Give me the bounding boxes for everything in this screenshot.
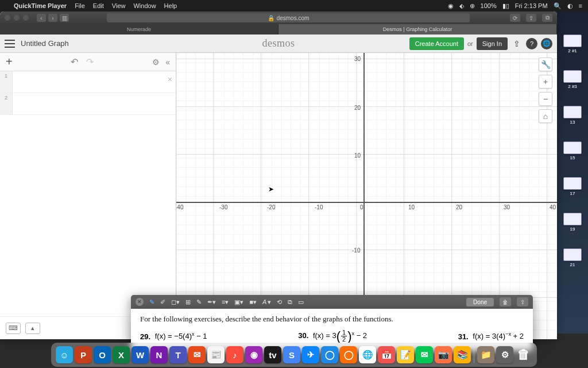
tabs-icon[interactable]: ⧉ [542, 14, 552, 22]
exercise-31: 31. f(x) = 3(4)−x + 2 [458, 331, 524, 340]
border-icon[interactable]: ▣▾ [234, 298, 243, 306]
share-icon[interactable]: ⇪ [526, 14, 536, 22]
share-graph-icon[interactable]: ⇪ [511, 38, 523, 49]
exercise-prompt: For the following exercises, describe th… [140, 315, 524, 324]
dock-app[interactable]: ♪ [226, 346, 243, 363]
dock-app[interactable]: O [94, 346, 111, 363]
dock-app[interactable]: 📅 [378, 346, 395, 363]
note-icon[interactable]: ✎ [196, 298, 202, 306]
pen-icon[interactable]: ✎ [149, 298, 154, 306]
align-icon[interactable]: ≡▾ [222, 298, 229, 306]
dock-app[interactable]: 📁 [477, 346, 494, 363]
keyboard-toggle-icon[interactable]: ▴ [25, 323, 40, 334]
close-icon[interactable]: ✕ [136, 298, 144, 306]
dock-app[interactable]: T [169, 346, 187, 363]
dock-app[interactable]: 📝 [397, 346, 414, 363]
sign-in-button[interactable]: Sign In [477, 37, 508, 50]
sidebar-icon[interactable]: ▥ [60, 14, 69, 22]
font-icon[interactable]: A▾ [262, 298, 271, 306]
create-account-button[interactable]: Create Account [409, 37, 464, 50]
text-icon[interactable]: ⊞ [185, 298, 191, 306]
dock-app[interactable]: 📷 [435, 346, 452, 363]
dock-app[interactable]: N [150, 346, 168, 363]
dock-app[interactable]: ⚙ [496, 346, 513, 363]
desktop-thumb[interactable] [563, 141, 582, 154]
trash-icon[interactable]: 🗑 [500, 297, 511, 306]
home-icon[interactable]: ⌂ [539, 109, 552, 123]
tab-numerade[interactable]: Numerade [0, 24, 278, 34]
siri-icon[interactable]: ◐ [567, 2, 573, 10]
crop-icon[interactable]: ⧉ [288, 298, 292, 306]
dock-app[interactable]: ☺ [56, 346, 73, 363]
settings-gear-icon[interactable]: ⚙ [152, 57, 160, 67]
done-button[interactable]: Done [466, 298, 494, 306]
wifi-icon[interactable]: ⊕ [470, 2, 475, 10]
dock-app[interactable]: ✈ [302, 346, 319, 363]
dock-app[interactable]: ◯ [321, 346, 338, 363]
dock-app[interactable]: 📰 [207, 346, 225, 363]
dock-app[interactable]: ◯ [340, 346, 357, 363]
record-icon[interactable]: ◉ [448, 2, 454, 10]
reload-icon[interactable]: ⟳ [510, 14, 520, 22]
dock-trash-icon[interactable]: 🗑 [515, 346, 532, 363]
menu-view[interactable]: View [112, 2, 126, 9]
tab-desmos[interactable]: Desmos | Graphing Calculator [278, 24, 557, 34]
menu-help[interactable]: Help [164, 2, 177, 9]
help-icon[interactable]: ? [526, 38, 537, 49]
share-markup-icon[interactable]: ⇪ [517, 297, 528, 306]
dock-app[interactable]: W [131, 346, 149, 363]
dock-app[interactable]: S [283, 346, 300, 363]
tick-label: 30 [504, 204, 510, 210]
dock-app[interactable]: P [75, 346, 92, 363]
highlighter-icon[interactable]: ✐ [160, 298, 165, 306]
dock-app[interactable]: 🌐 [359, 346, 376, 363]
menu-window[interactable]: Window [133, 2, 156, 9]
desktop-thumb[interactable] [563, 213, 582, 225]
add-expression-icon[interactable]: + [6, 55, 13, 68]
collapse-panel-icon[interactable]: « [165, 57, 170, 67]
undo-icon[interactable]: ↶ [71, 56, 78, 67]
spotlight-icon[interactable]: 🔍 [554, 2, 562, 10]
zoom-in-icon[interactable]: + [539, 75, 552, 89]
expression-row-2[interactable]: 2 [0, 93, 176, 115]
wrench-icon[interactable]: 🔧 [539, 57, 552, 71]
battery-icon[interactable]: ▮▯ [502, 2, 509, 10]
mask-icon[interactable]: ▭ [298, 298, 304, 306]
dropbox-icon[interactable]: ⬖ [459, 2, 464, 10]
shapes-icon[interactable]: ◻▾ [171, 298, 180, 306]
menu-edit[interactable]: Edit [93, 2, 104, 9]
rotate-icon[interactable]: ⟲ [277, 298, 282, 306]
menu-file[interactable]: File [75, 2, 85, 9]
clock[interactable]: Fri 2:13 PM [515, 2, 548, 9]
desktop-thumb[interactable] [563, 177, 582, 190]
dock-app[interactable]: ✉ [416, 346, 433, 363]
exercise-29: 29. f(x) = −5(4)x − 1 [140, 331, 207, 340]
keyboard-icon[interactable]: ⌨ [6, 323, 21, 334]
expression-row-1[interactable]: 1 × [0, 71, 176, 93]
battery-text: 100% [481, 2, 497, 9]
window-traffic-lights[interactable] [5, 15, 29, 21]
desktop-thumb[interactable] [563, 34, 582, 47]
menu-extra-icon[interactable]: ≡ [579, 2, 582, 9]
fill-icon[interactable]: ■▾ [249, 298, 257, 306]
menubar-app[interactable]: QuickTime Player [14, 2, 67, 9]
dock-app[interactable]: ◉ [245, 346, 262, 363]
language-icon[interactable]: 🌐 [541, 38, 552, 49]
desmos-app: Untitled Graph desmos Create Account or … [0, 34, 557, 339]
dock-app[interactable]: tv [264, 346, 281, 363]
dock-app[interactable]: ✉ [188, 346, 206, 363]
desktop-thumb[interactable] [563, 106, 582, 118]
desktop-thumb[interactable] [563, 248, 582, 261]
hamburger-icon[interactable] [5, 40, 15, 48]
sign-icon[interactable]: ✒▾ [207, 298, 216, 306]
zoom-out-icon[interactable]: − [539, 92, 552, 106]
redo-icon[interactable]: ↷ [86, 56, 94, 67]
url-bar[interactable]: 🔒 desmos.com [107, 13, 470, 22]
dock-app[interactable]: X [113, 346, 130, 363]
desktop-thumb[interactable] [563, 70, 582, 83]
nav-back-icon[interactable]: ‹ [37, 14, 46, 22]
dock-app[interactable]: 📚 [454, 346, 471, 363]
delete-row-icon[interactable]: × [168, 75, 172, 84]
lock-icon: 🔒 [268, 15, 274, 21]
graph-title[interactable]: Untitled Graph [21, 39, 69, 48]
